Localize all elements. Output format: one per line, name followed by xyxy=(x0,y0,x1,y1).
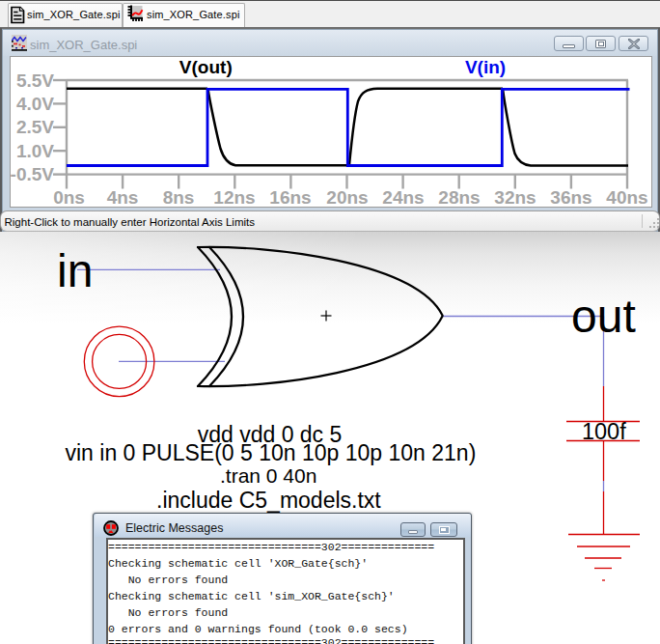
svg-text:16ns: 16ns xyxy=(269,187,311,208)
svg-text:28ns: 28ns xyxy=(438,187,480,208)
svg-text:1.0V: 1.0V xyxy=(16,141,54,161)
svg-text:out: out xyxy=(571,291,636,342)
svg-text:5.5V: 5.5V xyxy=(16,70,54,91)
svg-text:40ns: 40ns xyxy=(606,187,647,208)
svg-text:8ns: 8ns xyxy=(163,187,195,208)
svg-text:2.5V: 2.5V xyxy=(16,117,54,137)
svg-text:.tran 0 40n: .tran 0 40n xyxy=(220,464,316,487)
svg-text:24ns: 24ns xyxy=(382,187,424,208)
svg-text:32ns: 32ns xyxy=(494,187,536,208)
svg-text:4.0V: 4.0V xyxy=(16,94,54,114)
svg-text:vin in 0 PULSE(0 5 10n 10p 10p: vin in 0 PULSE(0 5 10n 10p 10p 10n 21n) xyxy=(65,440,476,465)
svg-text:V(out): V(out) xyxy=(179,57,233,77)
svg-text:4ns: 4ns xyxy=(107,187,139,208)
svg-text:.include C5_models.txt: .include C5_models.txt xyxy=(156,488,381,513)
svg-text:V(in): V(in) xyxy=(465,57,506,77)
svg-text:100f: 100f xyxy=(582,419,626,444)
svg-text:0ns: 0ns xyxy=(53,187,85,208)
svg-text:20ns: 20ns xyxy=(326,187,368,208)
svg-text:-0.5V: -0.5V xyxy=(11,164,55,184)
svg-text:in: in xyxy=(57,245,93,296)
svg-text:36ns: 36ns xyxy=(550,187,591,208)
svg-text:12ns: 12ns xyxy=(213,187,255,208)
